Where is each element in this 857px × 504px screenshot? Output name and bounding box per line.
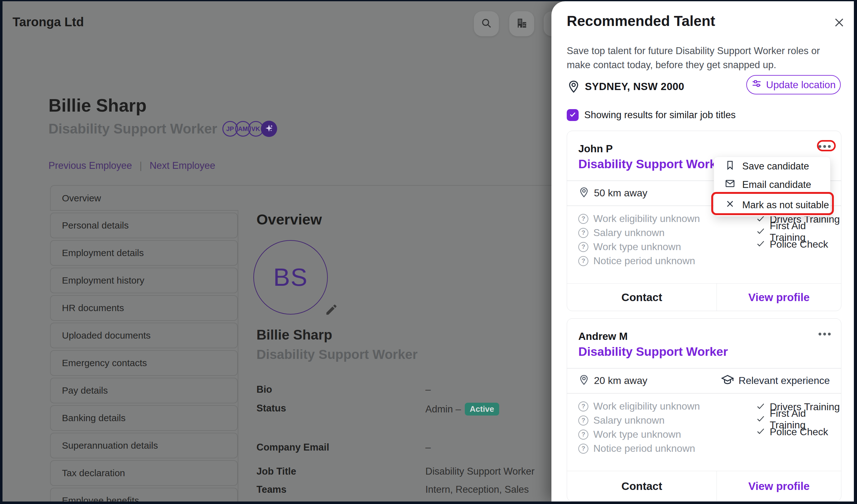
screenshot-frame bbox=[0, 0, 2, 504]
field-label: Teams bbox=[256, 484, 425, 495]
question-icon: ? bbox=[578, 416, 588, 425]
question-icon: ? bbox=[578, 214, 588, 224]
distance-text: 20 km away bbox=[594, 375, 648, 386]
sidebar-item-employment-history[interactable]: Employment history bbox=[50, 267, 238, 293]
attribute-row: ?Work type unknown bbox=[578, 428, 700, 441]
question-icon: ? bbox=[578, 242, 588, 252]
candidate-name: Andrew M bbox=[578, 330, 628, 342]
sidebar-item-employment-details[interactable]: Employment details bbox=[50, 240, 238, 266]
similar-titles-checkbox[interactable] bbox=[567, 109, 578, 121]
field-label: Status bbox=[256, 403, 425, 416]
panel-description: make contact today, before they get snap… bbox=[567, 58, 842, 72]
employee-job-subtitle: Disability Support Worker bbox=[49, 121, 217, 137]
close-icon bbox=[833, 24, 845, 30]
distance-row: 20 km away bbox=[578, 368, 648, 393]
edit-avatar-button[interactable] bbox=[325, 303, 338, 316]
menu-item-email-candidate[interactable]: Email candidate bbox=[714, 175, 830, 194]
sidebar-item-superannuation-details[interactable]: Superannuation details bbox=[50, 433, 238, 458]
recommended-talent-sparkle-button[interactable] bbox=[261, 121, 277, 137]
panel-title: Recommended Talent bbox=[567, 13, 715, 29]
attribute-row: ?Work eligibility unknown bbox=[578, 212, 700, 226]
pencil-icon bbox=[325, 312, 338, 317]
attribute-row: ?Work type unknown bbox=[578, 240, 700, 254]
candidate-job-title-link[interactable]: Disability Support Worker bbox=[578, 157, 728, 171]
close-button[interactable] bbox=[833, 16, 845, 29]
tab-divider bbox=[50, 210, 238, 211]
sidebar-item-pay-details[interactable]: Pay details bbox=[50, 378, 238, 403]
sidebar-item-hr-documents[interactable]: HR documents bbox=[50, 295, 238, 321]
map-pin-icon bbox=[567, 80, 581, 93]
view-profile-button[interactable]: View profile bbox=[717, 471, 841, 501]
attribute-row: ?Notice period unknown bbox=[578, 254, 700, 268]
question-icon: ? bbox=[578, 401, 588, 412]
sidebar-item-employee-benefits[interactable]: Employee benefits bbox=[50, 488, 238, 504]
check-icon bbox=[569, 111, 576, 119]
dots-icon bbox=[819, 333, 821, 335]
qualification-checks: Drivers Training First Aid Training Poli… bbox=[756, 400, 841, 438]
recommended-talent-panel: Recommended Talent Save top talent for f… bbox=[551, 1, 854, 502]
candidate-actions-menu: Save candidate Email candidate Mark as n… bbox=[714, 157, 830, 216]
sidebar-item-emergency-contacts[interactable]: Emergency contacts bbox=[50, 350, 238, 376]
view-profile-button[interactable]: View profile bbox=[717, 283, 841, 311]
avatar-badge-stack: JP AM VK bbox=[222, 121, 277, 137]
unknown-attributes: ?Work eligibility unknown ?Salary unknow… bbox=[578, 399, 700, 455]
menu-item-mark-not-suitable[interactable]: Mark as not suitable bbox=[714, 194, 830, 216]
contact-button[interactable]: Contact bbox=[567, 283, 717, 311]
check-icon bbox=[756, 401, 766, 412]
attribute-row: ?Salary unknown bbox=[578, 226, 700, 240]
question-icon: ? bbox=[578, 444, 588, 454]
sidebar-item-uploaded-documents[interactable]: Uploaded documents bbox=[50, 323, 238, 348]
update-location-button[interactable]: Update location bbox=[746, 75, 841, 94]
experience-text: Relevant experience bbox=[738, 375, 830, 386]
overview-employee-job-title: Disability Support Worker bbox=[256, 347, 418, 362]
check-row: First Aid Training bbox=[756, 413, 841, 425]
contact-button[interactable]: Contact bbox=[567, 471, 717, 501]
page-title: Overview bbox=[256, 211, 322, 228]
attribute-row: ?Notice period unknown bbox=[578, 441, 700, 455]
check-icon bbox=[756, 226, 766, 237]
menu-item-save-candidate[interactable]: Save candidate bbox=[714, 157, 830, 175]
distance-text: 50 km away bbox=[594, 187, 648, 199]
location-row: SYDNEY, NSW 2000 bbox=[567, 77, 684, 96]
distance-row: 50 km away bbox=[578, 180, 648, 205]
field-value: – bbox=[425, 442, 431, 453]
x-icon bbox=[725, 198, 742, 212]
search-icon bbox=[481, 17, 492, 30]
sidebar-item-banking-details[interactable]: Banking details bbox=[50, 405, 238, 431]
question-icon: ? bbox=[578, 256, 588, 266]
sidebar-item-tax-declaration[interactable]: Tax declaration bbox=[50, 460, 238, 486]
organisation-button[interactable] bbox=[509, 11, 534, 36]
card-footer: Contact View profile bbox=[567, 283, 841, 311]
search-button[interactable] bbox=[474, 11, 499, 36]
qualification-checks: Drivers Training First Aid Training Poli… bbox=[756, 213, 841, 250]
field-label: Company Email bbox=[256, 442, 425, 453]
card-divider bbox=[567, 393, 841, 394]
avatar: BS bbox=[253, 240, 328, 314]
previous-employee-link[interactable]: Previous Employee bbox=[49, 160, 132, 171]
dots-icon bbox=[819, 145, 821, 148]
similar-titles-row: Showing results for similar job titles bbox=[567, 109, 736, 121]
candidate-menu-button[interactable] bbox=[817, 143, 832, 150]
field-row-job-title: Job Title Disability Support Worker bbox=[256, 466, 569, 477]
overview-employee-name: Billie Sharp bbox=[256, 327, 332, 343]
candidate-card-andrew-m: Andrew M Disability Support Worker 20 km… bbox=[567, 318, 841, 502]
status-badge: Active bbox=[465, 403, 499, 416]
field-value: – bbox=[425, 384, 431, 395]
employee-subtitle-row: Disability Support Worker JP AM VK bbox=[49, 121, 277, 137]
field-value: Disability Support Worker bbox=[425, 466, 535, 477]
screen: Taronga Ltd Billie Sharp Disability Supp… bbox=[0, 0, 857, 504]
employee-name-heading: Billie Sharp bbox=[49, 95, 147, 116]
employee-pagination: Previous Employee | Next Employee bbox=[49, 160, 215, 171]
candidate-menu-button[interactable] bbox=[817, 330, 832, 337]
unknown-attributes: ?Work eligibility unknown ?Salary unknow… bbox=[578, 212, 700, 268]
question-icon: ? bbox=[578, 430, 588, 439]
field-row-status: Status Admin – Active bbox=[256, 403, 569, 416]
sidebar-item-personal-details[interactable]: Personal details bbox=[50, 213, 238, 238]
next-employee-link[interactable]: Next Employee bbox=[150, 160, 215, 171]
update-location-label: Update location bbox=[766, 79, 836, 91]
company-name: Taronga Ltd bbox=[13, 15, 84, 29]
location-text: SYDNEY, NSW 2000 bbox=[585, 81, 684, 92]
check-row: First Aid Training bbox=[756, 225, 841, 238]
similar-titles-label[interactable]: Showing results for similar job titles bbox=[584, 109, 736, 121]
candidate-job-title-link[interactable]: Disability Support Worker bbox=[578, 345, 728, 359]
